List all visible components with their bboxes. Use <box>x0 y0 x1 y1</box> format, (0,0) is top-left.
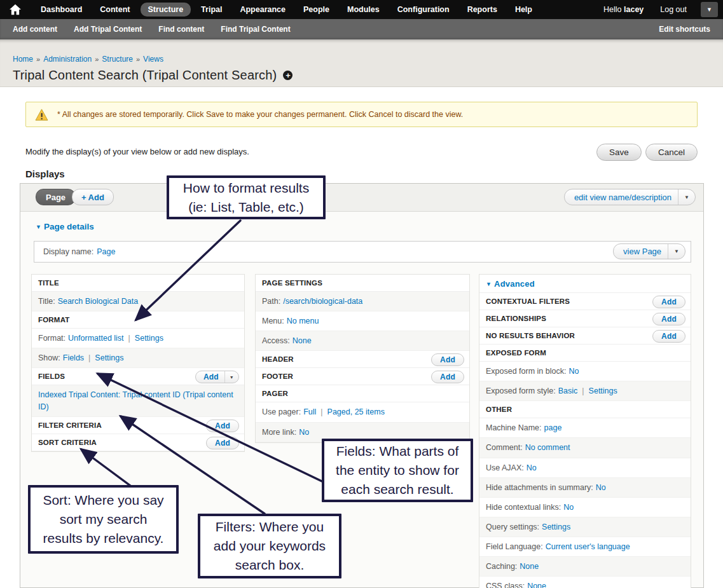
toolbar-item-reports[interactable]: Reports <box>460 3 505 17</box>
setting-label: Hide attachments in summary: <box>486 483 593 492</box>
setting-label: Use pager: <box>262 407 301 416</box>
shortcut-add-tripal-content[interactable]: Add Tripal Content <box>74 25 142 34</box>
display-name-value[interactable]: Page <box>97 247 115 256</box>
add-button-label: Add <box>653 315 685 324</box>
toolbar-toggle-button[interactable]: ▼ <box>701 2 718 17</box>
shortcuts-bar: Add contentAdd Tripal ContentFind conten… <box>0 19 723 39</box>
setting-label: CSS class: <box>486 582 525 588</box>
shortcut-add-content[interactable]: Add content <box>13 25 57 34</box>
logout-link[interactable]: Log out <box>654 3 693 17</box>
page-details-label: Page details <box>44 222 94 231</box>
toolbar-item-structure[interactable]: Structure <box>141 3 191 17</box>
setting-link-indexed-tripal-content-tripal-[interactable]: Indexed Tripal Content: Tripal content I… <box>38 390 233 411</box>
toolbar-item-modules[interactable]: Modules <box>340 3 387 17</box>
admin-toolbar: DashboardContentStructureTripalAppearanc… <box>0 0 723 19</box>
add-display-button[interactable]: +Add <box>72 189 114 205</box>
section-header-pager: PAGER <box>256 385 469 402</box>
display-name-label: Display name: <box>43 247 93 256</box>
breadcrumb-link-home[interactable]: Home <box>13 55 33 64</box>
shortcut-find-content[interactable]: Find content <box>158 25 204 34</box>
contextual-links-icon[interactable]: + <box>283 71 293 80</box>
page-title: Tripal Content Search (Tripal Content Se… <box>13 68 277 83</box>
chevron-down-icon[interactable]: ▼ <box>224 371 238 383</box>
setting-link-settings[interactable]: Settings <box>135 334 163 343</box>
toolbar-item-configuration[interactable]: Configuration <box>390 3 457 17</box>
add-button-header[interactable]: Add <box>431 353 464 366</box>
setting-link-page[interactable]: page <box>544 423 562 432</box>
setting-link-current-user-s-language[interactable]: Current user's language <box>546 542 630 551</box>
setting-link-settings[interactable]: Settings <box>589 386 617 395</box>
setting-link-unformatted-list[interactable]: Unformatted list <box>68 334 124 343</box>
setting-link-no-menu[interactable]: No menu <box>287 317 319 325</box>
chevron-down-icon[interactable]: ▼ <box>678 189 695 205</box>
user-greeting[interactable]: Hello lacey <box>597 3 650 17</box>
setting-link-none[interactable]: None <box>520 562 539 571</box>
chevron-down-icon[interactable]: ▼ <box>668 244 685 259</box>
add-button-no-results-behavior[interactable]: Add <box>652 330 685 343</box>
breadcrumb-link-views[interactable]: Views <box>143 55 163 64</box>
breadcrumb-link-structure[interactable]: Structure <box>102 55 133 64</box>
setting-row-show: Show:Fields|Settings <box>32 348 244 368</box>
edit-view-name-button[interactable]: edit view name/description ▼ <box>564 189 696 205</box>
toolbar-item-help[interactable]: Help <box>507 3 540 17</box>
save-button[interactable]: Save <box>596 144 642 161</box>
add-button-label: Add <box>432 373 464 381</box>
setting-link-paged-25-items[interactable]: Paged, 25 items <box>327 407 385 416</box>
toolbar-item-people[interactable]: People <box>296 3 337 17</box>
tab-page-display[interactable]: Page <box>36 189 76 205</box>
page-details-toggle[interactable]: ▼Page details <box>36 222 94 231</box>
add-button-footer[interactable]: Add <box>431 371 464 383</box>
setting-link-search-biological-data[interactable]: Search Biological Data <box>58 297 138 306</box>
toolbar-item-appearance[interactable]: Appearance <box>232 3 293 17</box>
section-title: FOOTER <box>262 373 293 380</box>
add-button-contextual-filters[interactable]: Add <box>652 296 685 308</box>
modify-instruction: Modify the display(s) of your view below… <box>25 147 249 156</box>
setting-link-no[interactable]: No <box>568 367 579 376</box>
setting-link-no[interactable]: No <box>527 463 537 472</box>
page-header: Home»Administration»Structure»Views Trip… <box>0 39 723 87</box>
shortcut-items: Add contentAdd Tripal ContentFind conten… <box>13 25 307 34</box>
setting-row-exposed-form-style: Exposed form style:Basic|Settings <box>479 381 691 401</box>
setting-link-settings[interactable]: Settings <box>542 523 570 531</box>
warning-text: * All changes are stored temporarily. Cl… <box>57 110 463 119</box>
add-button-label: Add <box>196 373 224 381</box>
toolbar-item-dashboard[interactable]: Dashboard <box>33 3 90 17</box>
toolbar-item-tripal[interactable]: Tripal <box>193 3 230 17</box>
section-header-contextual-filters: CONTEXTUAL FILTERSAdd <box>479 293 691 310</box>
section-header-advanced[interactable]: ▼Advanced <box>479 275 691 293</box>
view-page-button[interactable]: view Page ▼ <box>613 243 685 259</box>
setting-link-fields[interactable]: Fields <box>63 353 84 362</box>
setting-row-format: Format:Unformatted list|Settings <box>32 329 244 348</box>
cancel-button[interactable]: Cancel <box>645 144 698 161</box>
home-icon[interactable] <box>9 4 22 15</box>
annotation-sort: Sort: Where you say sort my search resul… <box>28 485 179 554</box>
setting-row-query-settings: Query settings:Settings <box>479 517 691 537</box>
setting-link-full[interactable]: Full <box>303 407 316 416</box>
triangle-down-icon: ▼ <box>486 281 492 287</box>
setting-link-no[interactable]: No <box>563 503 574 512</box>
setting-link-no[interactable]: No <box>299 428 309 437</box>
setting-link-no[interactable]: No <box>596 483 606 492</box>
link-separator: | <box>582 386 584 395</box>
add-button-relationships[interactable]: Add <box>652 313 685 325</box>
setting-row-comment: Comment:No comment <box>479 438 691 458</box>
setting-link-none[interactable]: None <box>527 582 546 588</box>
toolbar-item-content[interactable]: Content <box>92 3 137 17</box>
setting-row-css-class: CSS class:None <box>479 577 691 588</box>
setting-label: Title: <box>38 297 55 306</box>
add-button-sort-criteria[interactable]: Add <box>206 437 239 449</box>
setting-label: Path: <box>262 297 280 306</box>
setting-label: Exposed form style: <box>486 386 556 395</box>
add-button-filter-criteria[interactable]: Add <box>206 420 239 432</box>
setting-link-no-comment[interactable]: No comment <box>525 443 570 452</box>
edit-shortcuts-link[interactable]: Edit shortcuts <box>659 25 710 34</box>
section-header-footer: FOOTERAdd <box>256 368 469 385</box>
breadcrumb-link-administration[interactable]: Administration <box>43 55 92 64</box>
add-button-fields[interactable]: Add▼ <box>195 371 239 383</box>
setting-link-basic[interactable]: Basic <box>558 386 578 395</box>
shortcut-find-tripal-content[interactable]: Find Tripal Content <box>221 25 290 34</box>
setting-link-search-biological-data[interactable]: /search/biological-data <box>283 297 362 306</box>
column-display-settings: TITLETitle:Search Biological DataFORMATF… <box>31 274 245 452</box>
setting-link-none[interactable]: None <box>293 336 312 345</box>
setting-link-settings[interactable]: Settings <box>95 353 123 362</box>
